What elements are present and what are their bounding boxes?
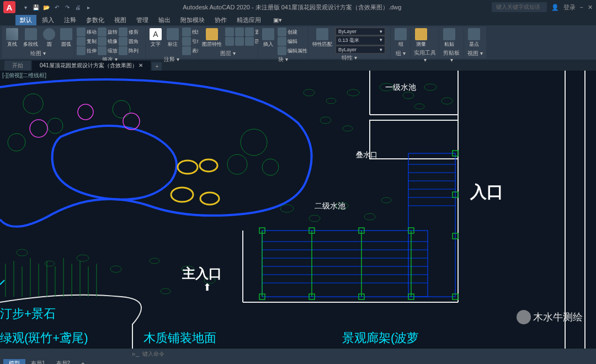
mirror-icon[interactable] [98, 37, 107, 46]
tab-manage[interactable]: 管理 [132, 15, 153, 25]
layout-tab-model[interactable]: 模型 [3, 359, 25, 364]
minimize-icon[interactable]: − [580, 4, 583, 10]
copy-icon[interactable] [77, 37, 86, 46]
layer-thaw-icon[interactable] [245, 37, 254, 46]
circle-button[interactable]: 圆 [41, 28, 57, 49]
tab-featured[interactable]: 精选应用 [232, 15, 265, 25]
panel-util-label[interactable]: 实用工具 ▾ [413, 49, 437, 63]
move-icon[interactable] [77, 28, 86, 36]
svg-point-37 [110, 266, 121, 272]
text-button[interactable]: A文字 [148, 28, 163, 49]
layer-iso-icon[interactable] [225, 37, 234, 46]
basepoint-button[interactable]: 基点 [466, 28, 482, 49]
polyline-button[interactable]: 多段线 [22, 28, 40, 49]
scale-icon[interactable] [98, 46, 107, 55]
line-button[interactable]: 直线 [4, 28, 20, 49]
qat-redo-icon[interactable]: ↷ [63, 3, 72, 12]
panel-block-label[interactable]: 块 ▾ [260, 55, 306, 63]
login-link[interactable]: 登录 [563, 3, 576, 12]
svg-point-26 [241, 129, 267, 156]
insert-block-button[interactable]: 插入 [260, 28, 276, 49]
svg-line-87 [0, 280, 4, 285]
arc-button[interactable]: 圆弧 [58, 28, 74, 49]
panel-draw-label[interactable]: 绘图 ▾ [4, 49, 72, 57]
create-block-icon[interactable] [278, 28, 286, 36]
dimension-button[interactable]: 标注 [165, 28, 180, 49]
tab-addins[interactable]: 附加模块 [176, 15, 209, 25]
panel-layers-label[interactable]: 图层 ▾ [200, 49, 256, 57]
match-props-button[interactable]: 特性匹配 [311, 28, 334, 49]
panel-props-label[interactable]: 特性 ▾ [311, 53, 388, 62]
svg-point-36 [77, 255, 89, 261]
edit-block-icon[interactable] [278, 37, 286, 46]
qat-save-icon[interactable]: 💾 [31, 3, 40, 12]
svg-point-81 [78, 104, 93, 120]
svg-point-85 [171, 188, 193, 202]
measure-button[interactable]: 测量 [413, 28, 429, 49]
table-icon[interactable] [182, 46, 191, 55]
layout-add-button[interactable]: + [76, 360, 90, 365]
viewport-label[interactable]: [-][俯视][二维线框] [2, 72, 46, 79]
qat-share-icon[interactable]: ▸ [84, 3, 93, 12]
fillet-icon[interactable] [119, 37, 127, 46]
tab-parametric[interactable]: 参数化 [82, 15, 109, 25]
layer-props-button[interactable]: 图层特性 [200, 28, 223, 49]
qat-open-icon[interactable]: 📂 [42, 3, 51, 12]
svg-point-46 [381, 197, 391, 203]
leader-icon[interactable] [182, 37, 191, 46]
qat-undo-icon[interactable]: ↶ [52, 3, 61, 12]
svg-point-25 [8, 133, 25, 151]
linear-icon[interactable] [182, 28, 191, 36]
qat-print-icon[interactable]: 🖨 [73, 3, 82, 12]
close-icon[interactable]: ✕ [588, 4, 593, 11]
user-icon[interactable]: 👤 [551, 4, 559, 11]
panel-view-label[interactable]: 视图 ▾ [466, 49, 484, 57]
panel-clip-label[interactable]: 剪贴板 ▾ [441, 49, 461, 63]
layer-on-icon[interactable] [225, 28, 234, 36]
new-tab-button[interactable]: + [152, 62, 162, 71]
linetype-combo[interactable]: ByLayer▾ [336, 46, 385, 53]
tab-collab[interactable]: 协作 [210, 15, 231, 25]
label-pool2: 二级水池 [315, 201, 345, 211]
tab-default[interactable]: 默认 [15, 15, 36, 25]
qat-menu-icon[interactable]: ▾ [21, 3, 30, 12]
stretch-icon[interactable] [77, 46, 86, 55]
paste-button[interactable]: 粘贴 [441, 28, 457, 49]
svg-point-33 [343, 126, 353, 131]
start-tab[interactable]: 开始 [4, 61, 31, 71]
svg-point-28 [262, 159, 279, 175]
edit-attr-icon[interactable] [278, 46, 286, 55]
trim-icon[interactable] [119, 28, 127, 36]
label-step-stone: 汀步+景石 [0, 306, 56, 322]
svg-point-83 [178, 160, 198, 174]
rotate-icon[interactable] [98, 28, 107, 36]
svg-point-82 [123, 113, 140, 130]
group-button[interactable]: 组 [393, 28, 408, 49]
drawing-canvas[interactable]: [-][俯视][二维线框] 一级水池 二级水池 叠水口 主入口 ⬆ 入口 汀步+… [0, 71, 596, 349]
lineweight-combo[interactable]: 0.13 毫米▾ [336, 36, 385, 45]
layout-tab-1[interactable]: 布局1 [25, 359, 51, 364]
tab-annotate[interactable]: 注释 [60, 15, 81, 25]
tab-insert[interactable]: 插入 [38, 15, 58, 25]
command-prompt-icon: ▹_ [132, 350, 139, 357]
app-logo[interactable]: A [3, 1, 15, 13]
help-search-input[interactable]: 键入关键字或短语 [492, 2, 547, 12]
command-line[interactable]: ▹_ [0, 349, 596, 358]
panel-group-label[interactable]: 组 ▾ [393, 49, 408, 57]
tab-output[interactable]: 输出 [154, 15, 175, 25]
label-pool1: 一级水池 [385, 83, 416, 93]
color-combo[interactable]: ByLayer▾ [336, 28, 385, 35]
svg-point-51 [414, 104, 424, 109]
layer-freeze-icon[interactable] [235, 28, 244, 36]
layout-tab-2[interactable]: 布局2 [51, 359, 76, 364]
array-icon[interactable] [119, 46, 127, 55]
layer-lock-icon[interactable] [245, 28, 254, 36]
watermark: 木水牛测绘 [517, 310, 583, 324]
svg-point-34 [17, 249, 28, 256]
command-input[interactable] [142, 351, 253, 357]
tab-expand-icon[interactable]: ▣▾ [269, 15, 286, 25]
document-tab[interactable]: 041屋顶花园景观设计方案（含效果图） ✕ [32, 61, 151, 71]
tab-view[interactable]: 视图 [110, 15, 131, 25]
layer-off-icon[interactable] [235, 37, 244, 46]
svg-point-49 [424, 84, 437, 90]
